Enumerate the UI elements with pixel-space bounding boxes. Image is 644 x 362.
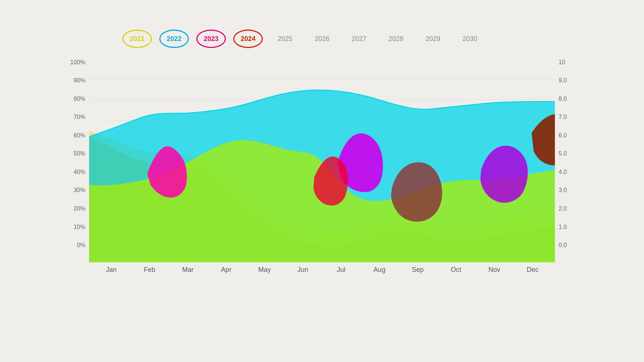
y-axis-left: 100% 90% 80% 70% 60% 50% 40% 30% 20% 10%…: [63, 59, 89, 262]
chart-container: 2021 2022 2023 2024 2025 2026 2027 2028 …: [63, 30, 581, 332]
legend-2026[interactable]: 2026: [307, 30, 337, 48]
y-label-right-4: 4.0: [559, 169, 567, 175]
legend-2027[interactable]: 2027: [344, 30, 374, 48]
y-label-80: 80%: [74, 96, 85, 102]
x-label-oct: Oct: [441, 266, 471, 274]
legend-2021[interactable]: 2021: [122, 30, 152, 48]
y-label-30: 30%: [74, 187, 85, 194]
x-label-mar: Mar: [173, 266, 203, 274]
y-label-right-1: 1.0: [559, 224, 567, 230]
x-label-sep: Sep: [403, 266, 433, 274]
y-label-0: 0%: [77, 242, 85, 249]
y-label-90: 90%: [74, 77, 85, 84]
svg-chart: [89, 59, 555, 262]
legend-2029[interactable]: 2029: [418, 30, 448, 48]
y-label-70: 70%: [74, 114, 85, 120]
y-label-50: 50%: [74, 150, 85, 157]
x-label-jan: Jan: [96, 266, 126, 274]
y-label-right-3: 3.0: [559, 187, 567, 194]
legend-2028[interactable]: 2028: [381, 30, 411, 48]
y-label-right-6: 6.0: [559, 132, 567, 139]
y-label-right-8: 8.0: [559, 96, 567, 102]
y-label-100: 100%: [70, 59, 85, 66]
legend-2030[interactable]: 2030: [455, 30, 485, 48]
legend-2022[interactable]: 2022: [159, 30, 189, 48]
x-label-jun: Jun: [288, 266, 318, 274]
x-label-dec: Dec: [518, 266, 548, 274]
y-label-right-9: 9.0: [559, 77, 567, 84]
chart-area: 100% 90% 80% 70% 60% 50% 40% 30% 20% 10%…: [63, 59, 581, 262]
y-label-10: 10%: [74, 224, 85, 230]
y-label-20: 20%: [74, 205, 85, 212]
y-label-right-5: 5.0: [559, 150, 567, 157]
x-label-jul: Jul: [326, 266, 356, 274]
y-label-right-2: 2.0: [559, 205, 567, 212]
x-axis: Jan Feb Mar Apr May Jun Jul Aug Sep Oct …: [89, 262, 555, 274]
x-label-may: May: [250, 266, 279, 274]
legend-2024[interactable]: 2024: [233, 30, 263, 48]
y-label-60: 60%: [74, 132, 85, 139]
y-label-right-0: 0.0: [559, 242, 567, 249]
legend-2023[interactable]: 2023: [196, 30, 226, 48]
x-label-aug: Aug: [365, 266, 394, 274]
y-axis-right: 10 9.0 8.0 7.0 6.0 5.0 4.0 3.0 2.0 1.0 0…: [555, 59, 581, 262]
legend-2025[interactable]: 2025: [270, 30, 300, 48]
legend: 2021 2022 2023 2024 2025 2026 2027 2028 …: [63, 30, 581, 48]
x-label-nov: Nov: [479, 266, 509, 274]
y-label-right-10: 10: [559, 59, 565, 66]
y-label-right-7: 7.0: [559, 114, 567, 120]
y-label-40: 40%: [74, 169, 85, 175]
x-label-feb: Feb: [135, 266, 165, 274]
x-label-apr: Apr: [211, 266, 241, 274]
